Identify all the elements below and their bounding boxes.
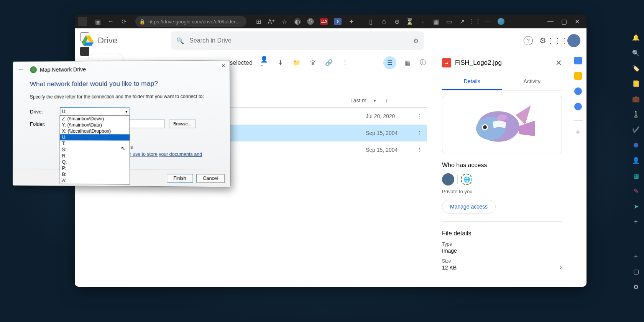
- workspace-icon[interactable]: ▣: [94, 18, 102, 25]
- keep-icon[interactable]: [574, 72, 582, 80]
- filter-icon[interactable]: ☰: [383, 56, 396, 69]
- delete-icon[interactable]: 🗑: [309, 59, 317, 67]
- collections2-icon[interactable]: ⊕: [393, 18, 400, 25]
- svg-point-3: [483, 125, 487, 129]
- drive-option[interactable]: Y: (\\mainbox\Data): [60, 122, 129, 128]
- browser-toolbar: ▣ ← ⟳ 🔒 https://drive.google.com/drive/u…: [75, 15, 586, 28]
- drive-option[interactable]: Q:: [60, 159, 130, 166]
- collections-icon[interactable]: ⊞: [255, 18, 262, 25]
- drive-option[interactable]: U:: [60, 134, 130, 140]
- minimize-icon[interactable]: —: [547, 18, 554, 25]
- settings-icon[interactable]: ⚙: [632, 283, 640, 291]
- task-icon[interactable]: ✔️: [632, 126, 640, 133]
- drive-tab-icon[interactable]: [80, 47, 89, 56]
- search-input[interactable]: [189, 37, 408, 44]
- back-icon[interactable]: ←: [107, 18, 115, 25]
- person-icon[interactable]: 👤: [632, 156, 640, 164]
- hex-icon[interactable]: ⬣: [632, 141, 640, 149]
- edit-icon[interactable]: ✎: [632, 187, 640, 195]
- favorites-icon[interactable]: ✩: [380, 18, 387, 25]
- tab-details[interactable]: Details: [442, 74, 502, 90]
- addons-plus-icon[interactable]: +: [574, 128, 582, 136]
- row-more-icon[interactable]: ⋮: [412, 147, 427, 153]
- close-icon[interactable]: ✕: [575, 18, 580, 25]
- refresh-icon[interactable]: ⟳: [120, 18, 128, 25]
- favorite-icon[interactable]: ☆: [281, 18, 288, 25]
- apps-grid-icon[interactable]: ⋮⋮⋮: [553, 36, 562, 45]
- drive-option[interactable]: X: (\\localhost\Dropbox): [60, 128, 130, 134]
- sort-arrow-icon[interactable]: ↓: [385, 97, 388, 104]
- drive-letter-select[interactable]: U: ▾: [60, 107, 129, 115]
- search-icon[interactable]: 🔍: [632, 49, 640, 57]
- tabs-toggle-icon[interactable]: [80, 32, 89, 41]
- row-more-icon[interactable]: ⋮: [412, 113, 427, 119]
- app1-icon[interactable]: ▦: [632, 172, 640, 179]
- tab-avatar-icon[interactable]: [78, 17, 87, 26]
- tag-icon[interactable]: 🏷️: [632, 64, 640, 72]
- add-more-icon[interactable]: ＋: [632, 252, 640, 260]
- search-options-icon[interactable]: ⚙: [413, 37, 419, 44]
- calendar-icon[interactable]: [574, 57, 582, 64]
- dialog-close-icon[interactable]: ✕: [221, 63, 226, 69]
- ext2-icon[interactable]: S: [307, 18, 314, 25]
- cancel-button[interactable]: Cancel: [196, 174, 225, 183]
- finish-button[interactable]: Finish: [167, 174, 193, 182]
- reader-icon[interactable]: ▭: [445, 18, 452, 25]
- chevron-down-icon[interactable]: ▾: [373, 97, 376, 104]
- network-drive-icon: [30, 66, 37, 73]
- col-modified-label[interactable]: Last m...: [350, 97, 371, 104]
- send-icon[interactable]: ➤: [632, 202, 640, 210]
- read-aloud-icon[interactable]: A⁺: [268, 18, 275, 25]
- contacts-icon[interactable]: [574, 103, 582, 110]
- public-globe-icon[interactable]: 🌐: [461, 174, 472, 185]
- download-icon[interactable]: ⬇: [276, 59, 285, 67]
- url-bar[interactable]: 🔒 https://drive.google.com/drive/u/0/fol…: [135, 16, 246, 27]
- chess-icon[interactable]: ♟️: [632, 110, 640, 118]
- row-more-icon[interactable]: ⋮: [412, 130, 427, 136]
- bell-icon[interactable]: 🔔: [632, 34, 640, 41]
- drive-option[interactable]: T:: [60, 140, 130, 147]
- note-icon[interactable]: 📒: [632, 80, 640, 87]
- addon-icon[interactable]: ⋮⋮: [472, 18, 478, 25]
- owner-avatar-icon[interactable]: [442, 173, 454, 186]
- more-actions-icon[interactable]: ⋮: [341, 59, 349, 67]
- ext1-icon[interactable]: ◐: [294, 18, 301, 25]
- share-icon[interactable]: ↗: [458, 18, 465, 25]
- browse-button[interactable]: Browse...: [169, 120, 196, 128]
- grid-view-icon[interactable]: ▦: [403, 59, 412, 67]
- info-icon[interactable]: ⓘ: [419, 59, 427, 67]
- drive-option[interactable]: S:: [60, 146, 130, 153]
- panel-icon[interactable]: ▢: [632, 268, 640, 275]
- chevron-right-icon[interactable]: ›: [560, 264, 562, 271]
- manage-access-button[interactable]: Manage access: [442, 200, 496, 214]
- move-icon[interactable]: 📁: [292, 59, 301, 67]
- close-details-icon[interactable]: ✕: [555, 58, 562, 67]
- downloads-icon[interactable]: ↓: [419, 18, 426, 25]
- ext4-badge-icon[interactable]: 9: [334, 18, 342, 25]
- share-person-icon[interactable]: 👤⁺: [260, 59, 269, 67]
- ext3-badge-icon[interactable]: 113: [320, 18, 328, 25]
- back-arrow-icon[interactable]: ←: [18, 66, 27, 74]
- drive-option[interactable]: Z: (\\mainbox\Down): [60, 116, 129, 122]
- drive-option[interactable]: B:: [60, 171, 130, 178]
- link-icon[interactable]: 🔗: [325, 59, 333, 67]
- menu-icon[interactable]: ⋯: [485, 18, 491, 25]
- bing-icon[interactable]: [498, 18, 504, 25]
- drive-option[interactable]: A:: [60, 177, 130, 184]
- drive-option[interactable]: P:: [60, 165, 130, 172]
- preview-thumbnail[interactable]: [442, 96, 562, 153]
- drive-option[interactable]: R:: [60, 153, 130, 159]
- maximize-icon[interactable]: ▢: [561, 18, 567, 25]
- user-avatar[interactable]: [567, 34, 580, 47]
- tasks-icon[interactable]: [574, 87, 582, 95]
- tab-activity[interactable]: Activity: [502, 74, 562, 90]
- help-icon[interactable]: ?: [524, 36, 533, 45]
- settings-gear-icon[interactable]: ⚙: [538, 36, 547, 45]
- search-box[interactable]: 🔍 ⚙: [171, 31, 424, 50]
- history-icon[interactable]: ⌛: [406, 18, 413, 25]
- apps-icon[interactable]: ▦: [432, 18, 439, 25]
- folder-icon[interactable]: 💼: [632, 95, 640, 103]
- sidebar-icon[interactable]: ▯: [367, 18, 374, 25]
- extensions-icon[interactable]: ✦: [348, 18, 355, 25]
- plus-icon[interactable]: ＋: [632, 218, 640, 225]
